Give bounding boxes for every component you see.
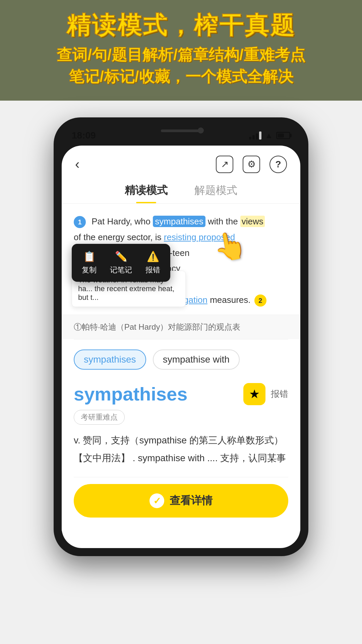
usage-label: 【文中用法】 <box>74 453 130 463</box>
copy-icon: 📋 <box>83 251 96 262</box>
translation-text: ①帕特·哈迪（Pat Hardy）对能源部门的观点表 <box>74 322 288 332</box>
usage-text: . sympathise with .... 支持，认同某事 <box>133 453 286 463</box>
translation-area: ①帕特·哈迪（Pat Hardy）对能源部门的观点表 <box>62 315 300 339</box>
banner-subtitle-line1: 查词/句/题目解析/篇章结构/重难考点 <box>13 44 349 65</box>
status-bar: 18:09 ▲ <box>62 125 300 146</box>
difficulty-tag: 考研重难点 <box>74 410 125 425</box>
header-actions: ↗ ⚙ ? <box>216 156 287 173</box>
wifi-icon: ▲ <box>265 131 273 140</box>
chip-sympathise-with[interactable]: sympathise with <box>153 350 240 370</box>
share-icon: ↗ <box>221 159 229 170</box>
word-title-row: sympathises ★ 报错 <box>74 383 288 405</box>
chip-sympathises[interactable]: sympathises <box>74 350 146 370</box>
note-label: 记笔记 <box>110 265 132 275</box>
gear-icon: ⚙ <box>247 159 256 170</box>
reading-area: 1 Pat Hardy, who sympathises with the vi… <box>62 204 300 315</box>
back-button[interactable]: ‹ <box>75 157 79 172</box>
banner-title: 精读模式，榨干真题 <box>13 12 349 39</box>
banner-subtitle: 查词/句/题目解析/篇章结构/重难考点 笔记/标记/收藏，一个模式全解决 <box>13 44 349 87</box>
report-icon: ⚠️ <box>147 251 159 262</box>
word-actions: ★ 报错 <box>243 383 288 405</box>
context-note[interactable]: ✏️ 记笔记 <box>110 251 132 275</box>
view-detail-button[interactable]: ✓ 查看详情 <box>74 484 288 518</box>
notch-camera <box>198 127 204 133</box>
tab-solving-mode[interactable]: 解题模式 <box>194 183 237 203</box>
check-circle-icon: ✓ <box>149 493 164 508</box>
meaning-zh: 赞同，支持（sympathise 的第三人称单数形式） <box>83 435 283 445</box>
check-icon: ✓ <box>153 495 161 506</box>
report-word-button[interactable]: 报错 <box>271 388 288 400</box>
paragraph-number: 1 <box>74 216 86 228</box>
context-copy[interactable]: 📋 复制 <box>82 251 97 275</box>
phone-wrapper: 18:09 ▲ ‹ ↗ <box>0 101 362 556</box>
banner-subtitle-line2: 笔记/标记/收藏，一个模式全解决 <box>13 66 349 87</box>
word-meaning: v. 赞同，支持（sympathise 的第三人称单数形式） 【文中用法】 . … <box>74 431 288 467</box>
help-icon: ? <box>275 159 281 170</box>
cursor-hand-icon: 👆 <box>211 228 249 265</box>
battery-icon <box>276 132 290 139</box>
word-sympathises[interactable]: sympathises <box>153 216 205 227</box>
word-views[interactable]: views <box>240 216 265 227</box>
view-detail-label: 查看详情 <box>170 493 213 508</box>
share-button[interactable]: ↗ <box>216 156 233 173</box>
note-icon: ✏️ <box>115 251 127 262</box>
phone-screen: ‹ ↗ ⚙ ? 精读模式 <box>62 146 300 548</box>
bottom-area: ✓ 查看详情 <box>62 477 300 531</box>
phone-frame: 18:09 ▲ ‹ ↗ <box>54 117 308 556</box>
part-of-speech: v. <box>74 435 80 445</box>
word-definition-area: sympathises ★ 报错 考研重难点 v. 赞同，支持（sympathi… <box>62 376 300 477</box>
notch-speaker <box>161 129 201 132</box>
star-button[interactable]: ★ <box>243 383 265 405</box>
signal-icon <box>249 131 261 140</box>
paragraph-badge-2: 2 <box>254 294 266 307</box>
copy-label: 复制 <box>82 265 97 275</box>
top-banner: 精读模式，榨干真题 查词/句/题目解析/篇章结构/重难考点 笔记/标记/收藏，一… <box>0 0 362 101</box>
help-button[interactable]: ? <box>269 156 287 173</box>
tab-reading-mode[interactable]: 精读模式 <box>125 183 168 203</box>
status-icons: ▲ <box>249 131 290 140</box>
context-menu: 📋 复制 ✏️ 记笔记 ⚠️ 报错 <box>72 244 170 282</box>
tabs-bar: 精读模式 解题模式 <box>62 180 300 204</box>
app-header: ‹ ↗ ⚙ ? <box>62 146 300 180</box>
context-report[interactable]: ⚠️ 报错 <box>145 251 160 275</box>
word-chips: sympathises sympathise with <box>62 339 300 376</box>
word-title: sympathises <box>74 383 187 405</box>
settings-button[interactable]: ⚙ <box>243 156 260 173</box>
status-time: 18:09 <box>72 130 96 141</box>
report-label: 报错 <box>145 265 160 275</box>
star-icon: ★ <box>249 387 260 401</box>
